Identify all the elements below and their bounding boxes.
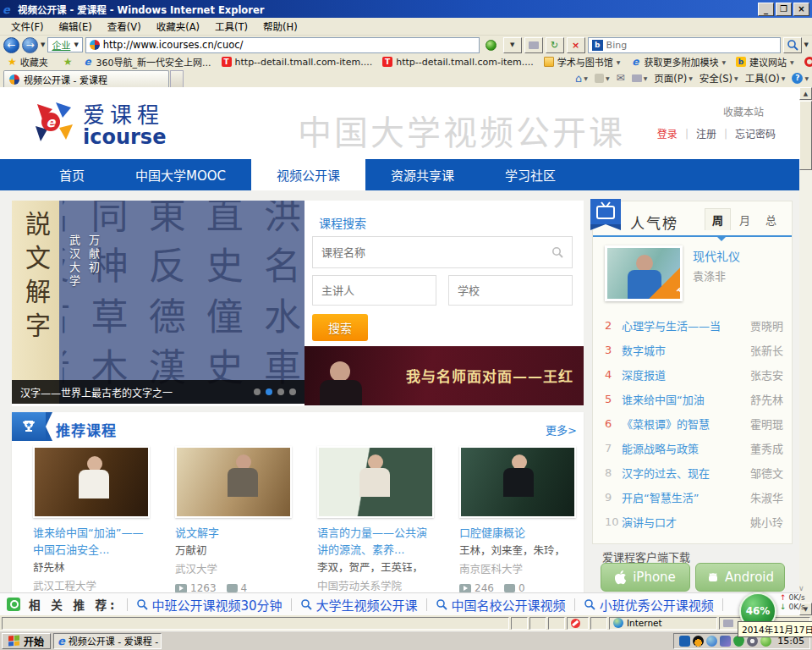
tab-total[interactable]: 总 xyxy=(759,209,783,230)
ranking-course-link[interactable]: 《菜根谭》的智慧 xyxy=(622,416,750,432)
ranking-course-link[interactable]: 谁来给中国“加油 xyxy=(622,391,750,407)
nav-home[interactable]: 首页 xyxy=(34,159,110,190)
promo-video-banner[interactable]: 我与名师面对面——王红 xyxy=(304,346,584,405)
ranking-course-link[interactable]: 开启“智慧生活” xyxy=(622,489,750,505)
favorite-item-suggested[interactable]: b建议网站▼ xyxy=(732,55,798,69)
minimize-button[interactable]: _ xyxy=(758,3,774,16)
ranking-course-link[interactable]: 演讲与口才 xyxy=(622,514,750,530)
read-mail-button[interactable]: ✉ xyxy=(617,72,625,84)
web-search-input[interactable] xyxy=(606,40,776,51)
refresh-button[interactable]: ↻ xyxy=(546,37,564,53)
add-favorite-button[interactable]: ★ xyxy=(59,56,77,68)
search-options-dropdown[interactable]: ▼ xyxy=(804,41,809,48)
menu-help[interactable]: 帮助(H) xyxy=(255,18,305,35)
ranking-course-link[interactable]: 能源战略与政策 xyxy=(622,440,750,456)
icourse-logo[interactable]: e 爱课程 icourse xyxy=(30,97,166,147)
course-title-link[interactable]: 语言的力量——公共演讲的源流、素养... xyxy=(317,525,437,559)
related-link[interactable]: 中班公开课视频30分钟 xyxy=(136,596,283,614)
favorite-item-tmall-2[interactable]: Thttp--detail.tmall.com-item.... xyxy=(378,57,538,68)
register-link[interactable]: 注册 xyxy=(696,126,716,140)
related-link-label[interactable]: 中班公开课视频30分钟 xyxy=(152,596,283,614)
tools-menu-button[interactable]: 工具(O)▼ xyxy=(745,71,786,85)
ranking-course-link[interactable]: 数字城市 xyxy=(622,342,750,358)
feeds-button[interactable]: ▼ xyxy=(595,74,610,83)
carousel-dot-3[interactable] xyxy=(277,388,284,395)
related-link[interactable]: 大学生视频公开课 xyxy=(300,596,418,614)
forgot-password-link[interactable]: 忘记密码 xyxy=(735,126,776,140)
start-button[interactable]: 开始 xyxy=(2,633,51,649)
ranking-course-link[interactable]: 心理学与生活——当 xyxy=(622,317,750,333)
scroll-up-button[interactable]: ▲ xyxy=(799,87,812,100)
carousel-dot-2[interactable] xyxy=(266,388,272,395)
tray-icon-1[interactable] xyxy=(679,636,690,647)
menu-favorites[interactable]: 收藏夹(A) xyxy=(149,18,207,35)
search-go-button[interactable] xyxy=(783,37,802,53)
menu-view[interactable]: 查看(V) xyxy=(100,18,149,35)
home-button[interactable]: ⌂▼ xyxy=(575,72,588,85)
android-download-button[interactable]: Android xyxy=(695,563,785,592)
search-button[interactable]: 搜索 xyxy=(312,314,368,341)
related-link-label[interactable]: 中国名校公开课视频 xyxy=(452,596,566,614)
stop-button[interactable]: × xyxy=(567,37,585,53)
login-link[interactable]: 登录 xyxy=(657,126,678,140)
school-input[interactable] xyxy=(458,284,601,297)
more-link[interactable]: 更多> xyxy=(546,421,577,438)
favorite-folder-academic[interactable]: 学术与图书馆▼ xyxy=(540,55,625,69)
address-input[interactable] xyxy=(103,39,475,51)
menu-edit[interactable]: 编辑(E) xyxy=(52,18,100,35)
tab-month[interactable]: 月 xyxy=(732,209,757,230)
course-card[interactable]: 口腔健康概论 王林，刘来奎，朱玲， 南京医科大学 2460 xyxy=(459,446,579,598)
carousel-dot-4[interactable] xyxy=(289,388,296,395)
related-link-label[interactable]: 小班优秀公开课视频 xyxy=(600,596,714,614)
recent-pages-dropdown[interactable]: ▼ xyxy=(41,41,45,48)
tray-icon-qq[interactable] xyxy=(693,636,704,647)
favorite-item-railway[interactable]: 铁路客户服务中心 xyxy=(800,55,812,69)
course-name-input[interactable] xyxy=(321,246,551,259)
tray-icon-3[interactable] xyxy=(720,636,731,647)
related-link[interactable]: 中国名校公开课视频 xyxy=(436,596,566,614)
favorite-item-tmall-1[interactable]: Thttp--detail.tmall.com-item.... xyxy=(217,57,377,68)
teacher-input[interactable] xyxy=(321,284,465,297)
related-link-label[interactable]: 大学生视频公开课 xyxy=(316,596,418,614)
page-menu-button[interactable]: 页面(P)▼ xyxy=(654,71,693,85)
tray-icon-2[interactable] xyxy=(706,636,717,647)
collapse-arrow-icon[interactable]: ∨ xyxy=(798,584,804,592)
carousel[interactable]: 洪名水車直史僮史東反德漢同柛草木名反古者有豆 説文解字 武汉大学 万献初 汉字—… xyxy=(12,201,304,404)
favorite-item-360[interactable]: e360导航_新一代安全上网... xyxy=(79,55,216,69)
new-tab-button[interactable] xyxy=(170,70,184,87)
taskbar-task-ie[interactable]: e 视频公开课 - 爱课程 - ... xyxy=(53,633,162,649)
tab-icourse[interactable]: 视频公开课 - 爱课程 xyxy=(3,70,169,87)
favorite-site-link[interactable]: 收藏本站 xyxy=(723,104,764,118)
nav-open-video-course[interactable]: 视频公开课 xyxy=(251,159,365,190)
restore-button[interactable]: ❐ xyxy=(776,3,792,16)
top1-course-link[interactable]: 现代礼仪 xyxy=(693,247,740,264)
print-button[interactable]: ▼ xyxy=(632,74,648,82)
zone-dropdown[interactable]: 企业▼ xyxy=(47,37,82,52)
course-card[interactable]: 语言的力量——公共演讲的源流、素养... 李双，贺严，王英钰， 中国劳动关系学院 xyxy=(317,446,437,596)
address-dropdown[interactable]: ▼ xyxy=(503,37,522,53)
nav-learning-community[interactable]: 学习社区 xyxy=(480,159,581,190)
back-button[interactable]: ← xyxy=(3,37,19,53)
favorite-item-addons[interactable]: e获取更多附加模块▼ xyxy=(626,55,730,69)
forward-button[interactable]: → xyxy=(22,37,38,53)
compatibility-view-button[interactable] xyxy=(524,37,543,53)
close-button[interactable]: × xyxy=(793,3,809,16)
tab-week[interactable]: 周 xyxy=(705,208,731,230)
menu-tools[interactable]: 工具(T) xyxy=(207,18,255,35)
course-title-link[interactable]: 口腔健康概论 xyxy=(459,525,579,542)
help-menu-button[interactable]: ?▼ xyxy=(792,73,809,84)
related-link[interactable]: 小班优秀公开课视频 xyxy=(584,596,714,614)
iphone-download-button[interactable]: iPhone xyxy=(601,563,690,592)
top1-thumbnail[interactable]: TOP1 xyxy=(605,245,683,301)
scrollbar-thumb[interactable] xyxy=(799,101,812,170)
menu-file[interactable]: 文件(F) xyxy=(3,18,52,35)
course-card[interactable]: 说文解字 万献初 武汉大学 12634 xyxy=(175,446,295,598)
course-title-link[interactable]: 谁来给中国“加油”——中国石油安全... xyxy=(33,525,153,559)
ranking-course-link[interactable]: 汉字的过去、现在 xyxy=(622,465,750,481)
nav-shared-resources[interactable]: 资源共享课 xyxy=(365,159,480,190)
nav-mooc[interactable]: 中国大学MOOC xyxy=(110,159,251,190)
site-safety-button[interactable] xyxy=(482,37,501,53)
vertical-scrollbar[interactable]: ▲ ▼ xyxy=(799,87,812,615)
course-title-link[interactable]: 说文解字 xyxy=(175,525,295,542)
course-card[interactable]: 谁来给中国“加油”——中国石油安全... 舒先林 武汉工程大学 xyxy=(33,446,153,596)
